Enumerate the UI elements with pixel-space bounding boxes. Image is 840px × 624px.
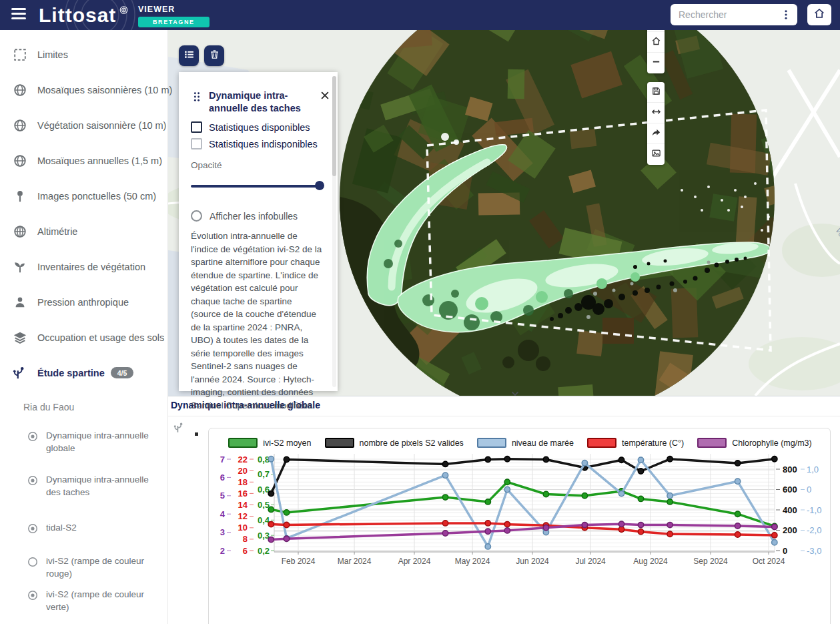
collapse-panel-chevron[interactable] <box>505 388 525 396</box>
legend-item-niveau-de-maree[interactable]: niveau de marée <box>477 438 574 448</box>
tooltip-radio-label: Afficher les infobulles <box>209 211 298 222</box>
data-point <box>772 540 777 545</box>
axis-tick-label: 12 <box>238 511 248 521</box>
sidebar-item-inventaires-de-vegetation[interactable]: Inventaires de végétation <box>0 249 167 284</box>
sidebar-item-mosaiques-saisonnieres-10-m[interactable]: Mosaïques saisonnières (10 m) <box>0 72 167 107</box>
data-point <box>543 525 548 531</box>
axis-tick-label: 2 <box>220 546 225 556</box>
legend-label: Chlorophylle (mg/m3) <box>732 438 811 448</box>
x-axis-tick-label: Feb 2024 <box>282 557 316 566</box>
axis-tick-label: 4 <box>220 509 226 519</box>
data-point <box>284 536 289 541</box>
checkbox-row-statistiques-indisponibles[interactable]: Statistiques indisponibles <box>191 138 327 149</box>
sidebar-item-mosaiques-annuelles-1-5-m[interactable]: Mosaïques annuelles (1,5 m) <box>0 143 167 178</box>
layers-list-button[interactable] <box>179 45 199 66</box>
minus-icon <box>651 57 661 69</box>
tooltip-radio-row[interactable]: Afficher les infobulles <box>191 210 327 222</box>
axis-tick-label: -3,0 <box>807 546 821 556</box>
eye-icon <box>119 4 129 19</box>
sidebar-item-occupation-et-usage-des-sols[interactable]: Occupation et usage des sols <box>0 320 167 355</box>
line-chart: 76543222201816141210860,80,70,60,50,40,3… <box>209 428 831 624</box>
legend-item-ivi-s2-moyen[interactable]: ivi-S2 moyen <box>228 438 311 448</box>
data-point <box>284 510 289 515</box>
sidebar-subitem-dynamique-intra-annuelle-globale[interactable]: Dynamique intra-annuelle globale <box>0 424 167 468</box>
chevron-down-icon <box>509 388 521 396</box>
checkbox[interactable] <box>191 138 202 149</box>
data-point <box>772 524 777 529</box>
sidebar-subitem-tidal-s2[interactable]: tidal-S2 <box>0 512 167 545</box>
legend-swatch <box>587 438 616 448</box>
radio-off-icon <box>27 556 39 568</box>
panel-scrollbar-thumb[interactable] <box>332 76 336 176</box>
chart-drag-dot <box>195 432 198 436</box>
data-point <box>442 473 448 478</box>
count-badge: 4/5 <box>111 367 134 378</box>
opacity-slider-thumb[interactable] <box>315 181 324 190</box>
drag-handle-icon[interactable] <box>191 91 203 105</box>
x-axis-tick-label: Oct 2024 <box>753 557 785 566</box>
data-point <box>735 511 740 517</box>
data-point <box>268 491 274 496</box>
data-point <box>442 531 448 536</box>
sidebar-subitem-dynamique-intra-annuelle-des-taches[interactable]: Dynamique intra-annuelle des taches <box>0 468 167 512</box>
data-point <box>638 469 643 474</box>
data-point <box>772 456 777 462</box>
save-view-button[interactable] <box>647 82 665 103</box>
sidebar-item-etude-spartine[interactable]: Étude spartine4/5 <box>0 355 167 390</box>
trash-icon <box>209 49 220 63</box>
map-home-button[interactable] <box>647 32 665 53</box>
sidebar-group-label: Ria du Faou <box>0 390 167 424</box>
close-icon[interactable] <box>319 89 331 104</box>
data-point <box>735 479 740 484</box>
delete-layer-button[interactable] <box>204 45 224 66</box>
data-point <box>485 521 490 526</box>
data-point <box>485 499 490 505</box>
data-point <box>772 533 777 538</box>
hamburger-menu-icon[interactable] <box>11 8 27 21</box>
sidebar-item-label: Images ponctuelles (50 cm) <box>37 191 156 202</box>
sidebar-item-images-ponctuelles-50-cm[interactable]: Images ponctuelles (50 cm) <box>0 178 167 214</box>
sidebar-subitem-label: Dynamique intra-annuelle globale <box>46 429 158 454</box>
series-nombre-de-pixels-s2-valides <box>268 456 777 497</box>
axis-tick-label: 200 <box>783 525 797 535</box>
opacity-slider[interactable] <box>191 181 327 190</box>
sidebar-subitem-ivi-s2-rampe-de-couleur-rouge[interactable]: ivi-S2 (rampe de couleur rouge) <box>0 545 167 579</box>
axis-tick-label: 0,2 <box>258 546 270 556</box>
kebab-menu-icon[interactable] <box>780 9 792 21</box>
share-button[interactable] <box>647 123 665 144</box>
sidebar-item-altimetrie[interactable]: Altimétrie <box>0 214 167 249</box>
legend-swatch <box>228 438 258 448</box>
checkbox[interactable] <box>191 121 202 133</box>
zoom-out-button[interactable] <box>647 53 665 73</box>
tooltip-radio[interactable] <box>191 210 202 222</box>
sidebar-subitem-ivi-s2-rampe-de-couleur-verte[interactable]: ivi-S2 (rampe de couleur verte) <box>0 579 167 612</box>
sidebar-subitem-label: ivi-S2 (rampe de couleur verte) <box>46 588 158 613</box>
list-icon <box>183 49 195 63</box>
sidebar-item-limites[interactable]: Limites <box>0 37 167 72</box>
x-axis-tick-label: Sep 2024 <box>693 557 728 566</box>
legend-item-chlorophylle-mg-m3[interactable]: Chlorophylle (mg/m3) <box>697 438 811 448</box>
sidebar-item-pression-anthropique[interactable]: Pression anthropique <box>0 284 167 320</box>
radio-on-icon <box>27 589 39 601</box>
swap-compare-button[interactable] <box>647 103 665 123</box>
axis-tick-label: 0,3 <box>258 531 270 541</box>
data-point <box>667 522 673 527</box>
sidebar-item-vegetation-saisonniere-10-m[interactable]: Végétation saisonnière (10 m) <box>0 107 167 143</box>
search-input[interactable] <box>679 9 780 20</box>
export-image-button[interactable] <box>647 144 665 165</box>
data-point <box>735 532 740 537</box>
legend-item-temperature-c[interactable]: température (C°) <box>587 438 684 448</box>
data-point <box>284 522 289 527</box>
legend-item-nombre-de-pixels-s2-valides[interactable]: nombre de pixels S2 valides <box>325 438 464 448</box>
sidebar-item-label: Étude spartine <box>37 368 105 378</box>
sidebar-item-label: Mosaïques annuelles (1,5 m) <box>37 155 162 166</box>
checkbox-row-statistiques-disponibles[interactable]: Statistiques disponibles <box>191 121 327 133</box>
app-subtitle: VIEWER <box>138 5 175 14</box>
axis-tick-label: 18 <box>238 477 248 487</box>
home-button[interactable] <box>807 4 831 25</box>
app-logo[interactable]: Littosat <box>39 1 129 29</box>
radio-on-icon <box>27 523 39 535</box>
x-axis-tick-label: Aug 2024 <box>633 557 668 566</box>
data-point <box>638 496 643 501</box>
sidebar: LimitesMosaïques saisonnières (10 m)Végé… <box>0 30 168 624</box>
